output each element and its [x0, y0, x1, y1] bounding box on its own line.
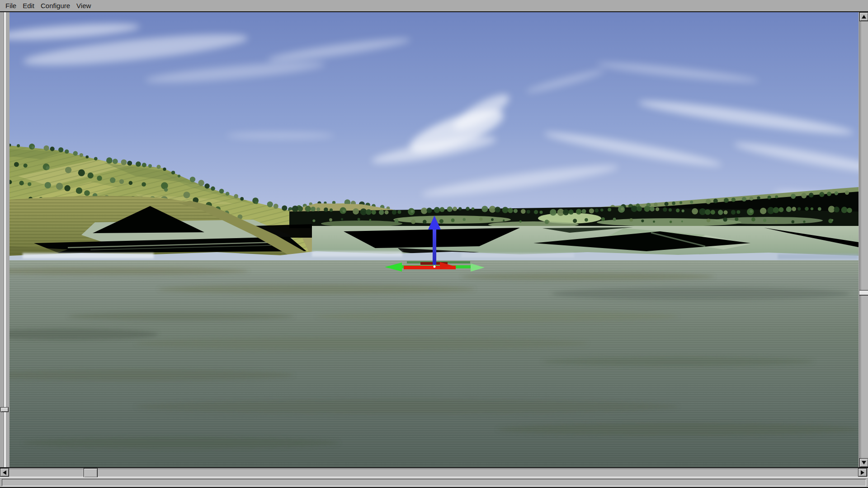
vertical-scrollbar-thumb[interactable]	[859, 290, 868, 296]
left-slider-thumb[interactable]	[0, 407, 9, 412]
status-bar	[0, 477, 868, 488]
scroll-left-button[interactable]	[0, 468, 9, 477]
scroll-up-button[interactable]	[859, 12, 868, 21]
z-axis-shaft[interactable]	[433, 227, 436, 265]
menu-bar: File Edit Configure View	[0, 0, 868, 11]
horizontal-scrollbar[interactable]	[0, 467, 868, 477]
menu-view[interactable]: View	[74, 1, 94, 10]
scroll-right-button[interactable]	[858, 468, 867, 477]
3d-viewport[interactable]	[9, 12, 859, 467]
terrain-scene	[9, 12, 859, 467]
water	[9, 260, 859, 467]
menu-configure[interactable]: Configure	[38, 1, 73, 10]
application-window: File Edit Configure View	[0, 0, 868, 488]
vertical-scrollbar-track[interactable]	[859, 21, 868, 458]
vertical-scrollbar[interactable]	[859, 12, 868, 467]
menu-file[interactable]: File	[3, 1, 19, 10]
horizontal-scrollbar-thumb[interactable]	[84, 468, 98, 478]
horizontal-scrollbar-track[interactable]	[9, 468, 858, 477]
left-slider-track[interactable]	[4, 12, 6, 467]
status-field	[2, 479, 866, 486]
scroll-down-button[interactable]	[859, 458, 868, 467]
gizmo-origin[interactable]	[434, 266, 436, 268]
left-slider[interactable]	[0, 12, 9, 467]
scroll-right-icon	[861, 470, 864, 475]
menu-edit[interactable]: Edit	[20, 1, 37, 10]
scroll-down-icon	[862, 461, 866, 465]
scroll-up-icon	[862, 15, 866, 19]
scroll-left-icon	[3, 470, 6, 475]
